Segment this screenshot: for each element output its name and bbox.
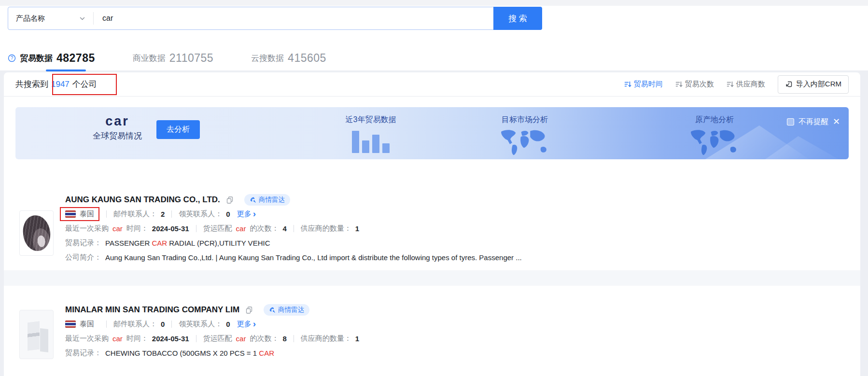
chevron-right-icon: › (253, 320, 256, 327)
divider (196, 335, 196, 342)
divider (106, 210, 107, 218)
card-separator (4, 270, 860, 286)
company-card: MINALAR MIN SAN TRADING COMPANY LIM 商情雷达… (65, 303, 849, 360)
tab-label: 云搜数据 (251, 53, 284, 64)
search-input[interactable] (94, 7, 494, 29)
divider (171, 210, 172, 218)
dismiss-checkbox[interactable] (787, 118, 794, 125)
badge-label: 商情雷达 (278, 306, 304, 314)
banner-keyword-block: car 全球贸易情况 去分析 (93, 113, 200, 143)
company-thumbnail[interactable] (19, 310, 54, 359)
country-name: 泰国 (80, 320, 94, 329)
tab-label: 贸易数据 (20, 53, 53, 64)
company-thumbnail[interactable] (19, 210, 54, 256)
sort-label: 贸易时间 (634, 80, 663, 89)
email-contacts: 邮件联系人： 0 (113, 320, 165, 329)
purchase-label: 时间： (126, 334, 148, 343)
email-contacts-value: 0 (161, 320, 165, 328)
tab-count: 415605 (288, 52, 326, 65)
results-panel: 共搜索到 1947 个公司 贸易时间 贸易次数 供应商数 导入内部CRM (4, 72, 860, 376)
sort-icon (727, 81, 734, 88)
company-intro-row: 公司简介： Aung Kaung San Trading Co.,Ltd. | … (65, 250, 849, 265)
copy-icon[interactable] (226, 196, 234, 204)
more-label: 更多 (237, 320, 252, 329)
sort-trade-count[interactable]: 贸易次数 (675, 80, 714, 89)
keyword-highlight: CAR (152, 239, 167, 247)
supplier-count-value: 1 (355, 334, 359, 343)
data-source-tabs: ? 贸易数据 482785 商业数据 2110755 云搜数据 415605 (8, 48, 326, 68)
company-name[interactable]: MINALAR MIN SAN TRADING COMPANY LIM (65, 305, 239, 315)
purchase-date-value: 2024-05-31 (152, 224, 189, 233)
business-radar-badge[interactable]: 商情雷达 (264, 304, 309, 316)
linkedin-contacts-value: 0 (226, 320, 230, 328)
freight-label: 货运匹配 (203, 224, 232, 233)
close-icon[interactable]: ✕ (833, 118, 840, 125)
tab-trade-data[interactable]: ? 贸易数据 482785 (8, 52, 95, 65)
chevron-right-icon: › (253, 210, 256, 217)
tire-image (21, 214, 52, 252)
thailand-flag-icon (65, 320, 76, 328)
found-count: 1947 (51, 80, 70, 89)
freight-count-value: 8 (282, 334, 286, 343)
banner-subtitle: 全球贸易情况 (93, 129, 142, 143)
supplier-label: 供应商的数量： (301, 224, 351, 233)
trade-bars-chart (330, 129, 412, 153)
more-link[interactable]: 更多 › (237, 209, 256, 219)
building-image (40, 328, 48, 352)
divider (171, 320, 172, 328)
import-crm-label: 导入内部CRM (796, 80, 841, 89)
search-header: 产品名称 搜 索 ? 贸易数据 482785 商业数据 2110755 云搜数据… (0, 6, 868, 70)
sort-icon (624, 81, 631, 88)
country: 泰国 (60, 317, 99, 331)
linkedin-contacts-value: 0 (226, 210, 230, 218)
email-contacts: 邮件联系人： 2 (113, 209, 165, 219)
search-category-label: 产品名称 (16, 14, 45, 23)
linkedin-contacts-label: 领英联系人： (179, 209, 222, 219)
analyze-button[interactable]: 去分析 (156, 120, 200, 139)
results-header-row: 共搜索到 1947 个公司 贸易时间 贸易次数 供应商数 导入内部CRM (4, 72, 860, 97)
email-contacts-label: 邮件联系人： (113, 320, 157, 329)
more-link[interactable]: 更多 › (237, 320, 256, 329)
freight-match: 货运匹配 car 的次数： 8 (203, 334, 287, 343)
found-prefix: 共搜索到 (15, 79, 48, 90)
world-map-icon (673, 128, 756, 156)
world-map-icon (484, 128, 566, 156)
trade-record-row: 贸易记录： PASSENGER CAR RADIAL (PCR),UTILITY… (65, 236, 849, 250)
purchase-date-value: 2024-05-31 (152, 334, 189, 343)
thailand-flag-icon (65, 210, 76, 218)
copy-icon[interactable] (245, 306, 253, 314)
keyword-highlight: car (112, 224, 123, 233)
sort-supplier-count[interactable]: 供应商数 (727, 80, 765, 89)
purchase-label: 最近一次采购 (65, 334, 109, 343)
results-count-text: 共搜索到 1947 个公司 (15, 79, 97, 90)
search-bar: 产品名称 搜 索 (8, 7, 542, 30)
supplier-count-value: 1 (355, 224, 359, 233)
import-crm-button[interactable]: 导入内部CRM (778, 75, 849, 94)
active-tab-underline (46, 70, 86, 71)
dismiss-label[interactable]: 不再提醒 (798, 117, 828, 127)
company-name[interactable]: AUNG KAUNG SAN TRADING CO., LTD. (65, 195, 220, 205)
business-radar-badge[interactable]: 商情雷达 (244, 194, 290, 206)
radar-icon (250, 196, 256, 203)
banner-section-trade: 近3年贸易数据 (330, 115, 412, 153)
freight-label: 的次数： (250, 334, 279, 343)
divider (294, 335, 294, 342)
freight-label: 的次数： (250, 224, 279, 233)
linkedin-contacts: 领英联系人： 0 (179, 320, 230, 329)
sort-trade-time[interactable]: 贸易时间 (624, 80, 663, 89)
radar-icon (269, 306, 276, 313)
search-button[interactable]: 搜 索 (493, 7, 542, 30)
tab-cloud-search-data[interactable]: 云搜数据 415605 (251, 52, 326, 65)
search-category-select[interactable]: 产品名称 (8, 7, 93, 29)
keyword-highlight: car (236, 334, 246, 343)
divider (294, 225, 294, 232)
company-card: AUNG KAUNG SAN TRADING CO., LTD. 商情雷达 泰国… (65, 193, 849, 265)
banner-section-origin: 原产地分析 (673, 115, 756, 156)
sort-label: 贸易次数 (685, 80, 714, 89)
building-image (28, 321, 40, 350)
results-toolbar: 贸易时间 贸易次数 供应商数 导入内部CRM (624, 75, 849, 94)
tab-business-data[interactable]: 商业数据 2110755 (133, 52, 213, 65)
linkedin-contacts: 领英联系人： 0 (179, 209, 230, 219)
tab-count: 2110755 (169, 52, 213, 65)
email-contacts-label: 邮件联系人： (113, 209, 157, 219)
